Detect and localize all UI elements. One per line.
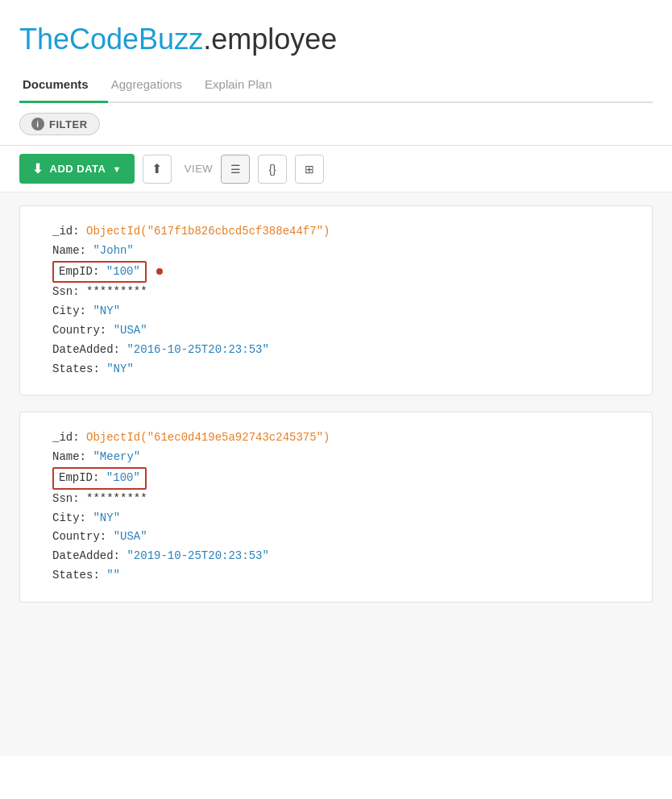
- doc2-ssn-field: Ssn: *********: [52, 490, 633, 509]
- view-label: VIEW: [185, 163, 213, 175]
- doc1-states-field: States: "NY": [52, 360, 633, 379]
- doc1-empid-field: EmpID: "100": [52, 261, 633, 284]
- add-data-chevron-icon: ▼: [112, 164, 121, 174]
- add-data-button[interactable]: ⬇ ADD DATA ▼: [19, 154, 135, 184]
- title-collection: employee: [211, 23, 337, 56]
- title-blue: TheCodeBuzz: [19, 23, 203, 56]
- doc2-states-value: "": [106, 569, 120, 582]
- filter-icon: i: [31, 118, 44, 130]
- doc2-city-field: City: "NY": [52, 509, 633, 528]
- json-view-button[interactable]: {}: [258, 155, 287, 184]
- doc2-empid-label: EmpID:: [59, 471, 99, 484]
- tabs-container: Documents Aggregations Explain Plan: [19, 69, 653, 103]
- doc1-city-value: "NY": [93, 304, 120, 317]
- doc1-id-label: _id:: [52, 225, 80, 238]
- tab-documents[interactable]: Documents: [19, 69, 108, 103]
- doc2-empid-box: EmpID: "100": [52, 467, 147, 490]
- doc2-id-label: _id:: [52, 431, 80, 444]
- doc1-empid-box: EmpID: "100": [52, 261, 147, 284]
- list-view-button[interactable]: ☰: [221, 155, 250, 184]
- doc2-country-field: Country: "USA": [52, 528, 633, 547]
- document-card-1: _id: ObjectId("617f1b826cbcd5cf388e44f7"…: [19, 205, 653, 395]
- add-data-label: ADD DATA: [50, 163, 106, 175]
- doc1-states-label: States:: [52, 362, 100, 375]
- doc1-empid-value: "100": [106, 265, 140, 278]
- doc2-city-label: City:: [52, 511, 86, 524]
- doc2-dateadded-field: DateAdded: "2019-10-25T20:23:53": [52, 547, 633, 566]
- doc1-id-field: _id: ObjectId("617f1b826cbcd5cf388e44f7"…: [52, 222, 633, 242]
- doc1-name-value: "John": [93, 244, 133, 257]
- doc1-name-field: Name: "John": [52, 242, 633, 261]
- doc1-country-label: Country:: [52, 324, 106, 337]
- table-view-button[interactable]: ⊞: [295, 155, 324, 184]
- json-icon: {}: [268, 163, 276, 176]
- doc2-id-field: _id: ObjectId("61ec0d419e5a92743c245375"…: [52, 428, 633, 448]
- tab-aggregations[interactable]: Aggregations: [108, 69, 201, 103]
- list-icon: ☰: [230, 163, 241, 176]
- doc1-id-value: ObjectId("617f1b826cbcd5cf388e44f7"): [86, 225, 330, 238]
- doc2-dateadded-label: DateAdded:: [52, 549, 120, 562]
- doc2-city-value: "NY": [93, 511, 120, 524]
- table-icon: ⊞: [305, 163, 314, 176]
- doc1-states-value: "NY": [106, 362, 134, 375]
- doc1-country-value: "USA": [114, 324, 147, 337]
- tab-explain-plan[interactable]: Explain Plan: [201, 69, 291, 103]
- doc2-dateadded-value: "2019-10-25T20:23:53": [127, 549, 268, 562]
- doc1-name-label: Name:: [52, 244, 86, 257]
- doc1-dateadded-label: DateAdded:: [52, 343, 120, 356]
- toolbar: ⬇ ADD DATA ▼ ⬆ VIEW ☰ {} ⊞: [0, 146, 672, 193]
- upload-button[interactable]: ⬆: [143, 155, 172, 184]
- doc1-city-field: City: "NY": [52, 302, 633, 321]
- add-data-icon: ⬇: [32, 161, 44, 176]
- doc2-ssn-label: Ssn:: [52, 492, 80, 505]
- doc1-empid-label: EmpID:: [59, 265, 99, 278]
- doc2-country-label: Country:: [52, 530, 106, 543]
- doc1-city-label: City:: [52, 304, 86, 317]
- app-title: TheCodeBuzz.employee: [19, 23, 653, 56]
- app-header: TheCodeBuzz.employee Documents Aggregati…: [0, 0, 672, 103]
- doc2-states-field: States: "": [52, 566, 633, 586]
- filter-button[interactable]: i FILTER: [19, 113, 100, 135]
- documents-area: _id: ObjectId("617f1b826cbcd5cf388e44f7"…: [0, 193, 672, 756]
- filter-bar: i FILTER: [0, 103, 672, 146]
- doc1-red-dot: [156, 268, 163, 275]
- document-card-2: _id: ObjectId("61ec0d419e5a92743c245375"…: [19, 412, 653, 602]
- doc2-states-label: States:: [52, 569, 100, 582]
- title-dot: .: [203, 23, 211, 56]
- doc1-dateadded-value: "2016-10-25T20:23:53": [127, 343, 268, 356]
- filter-label: FILTER: [49, 118, 88, 130]
- doc2-id-value: ObjectId("61ec0d419e5a92743c245375"): [86, 431, 330, 444]
- upload-icon: ⬆: [151, 161, 162, 176]
- doc2-ssn-value: *********: [86, 492, 147, 505]
- doc1-ssn-field: Ssn: *********: [52, 283, 633, 302]
- doc1-dateadded-field: DateAdded: "2016-10-25T20:23:53": [52, 341, 633, 360]
- doc2-name-label: Name:: [52, 450, 86, 463]
- doc1-ssn-label: Ssn:: [52, 285, 80, 298]
- doc2-name-field: Name: "Meery": [52, 448, 633, 467]
- doc1-ssn-value: *********: [86, 285, 147, 298]
- doc2-empid-value: "100": [106, 471, 140, 484]
- doc2-empid-field: EmpID: "100": [52, 467, 633, 490]
- doc2-country-value: "USA": [114, 530, 147, 543]
- doc1-country-field: Country: "USA": [52, 321, 633, 341]
- doc2-name-value: "Meery": [93, 450, 140, 463]
